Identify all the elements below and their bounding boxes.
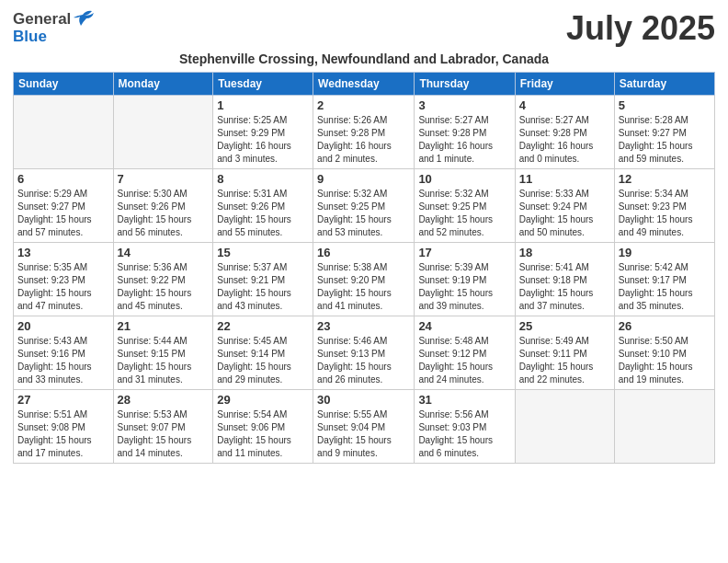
day-number: 21 [118,319,210,333]
header: General Blue July 2025 [13,9,715,48]
calendar-week-row: 20Sunrise: 5:43 AM Sunset: 9:16 PM Dayli… [14,316,715,390]
day-info: Sunrise: 5:29 AM Sunset: 9:27 PM Dayligh… [17,188,109,239]
day-info: Sunrise: 5:48 AM Sunset: 9:12 PM Dayligh… [418,335,510,386]
calendar-cell: 27Sunrise: 5:51 AM Sunset: 9:08 PM Dayli… [14,390,114,464]
day-number: 29 [217,393,309,407]
day-info: Sunrise: 5:44 AM Sunset: 9:15 PM Dayligh… [118,335,210,386]
day-info: Sunrise: 5:30 AM Sunset: 9:26 PM Dayligh… [118,188,210,239]
day-info: Sunrise: 5:27 AM Sunset: 9:28 PM Dayligh… [418,114,510,166]
day-number: 31 [418,393,510,407]
calendar-week-row: 6Sunrise: 5:29 AM Sunset: 9:27 PM Daylig… [14,169,715,243]
day-info: Sunrise: 5:50 AM Sunset: 9:10 PM Dayligh… [619,335,711,386]
calendar-header-tuesday: Tuesday [213,73,313,96]
day-number: 20 [17,319,109,333]
day-number: 10 [418,172,510,186]
day-number: 14 [118,246,210,259]
day-number: 30 [317,393,410,407]
day-number: 6 [17,172,109,186]
calendar-cell: 25Sunrise: 5:49 AM Sunset: 9:11 PM Dayli… [515,316,614,390]
day-number: 15 [217,246,309,259]
logo-bird-icon [74,9,94,29]
day-info: Sunrise: 5:51 AM Sunset: 9:08 PM Dayligh… [17,408,109,460]
day-info: Sunrise: 5:49 AM Sunset: 9:11 PM Dayligh… [519,335,610,386]
calendar-cell: 22Sunrise: 5:45 AM Sunset: 9:14 PM Dayli… [213,316,313,390]
calendar-header-saturday: Saturday [614,73,714,96]
day-number: 5 [619,98,711,112]
day-number: 7 [118,172,210,186]
calendar-cell: 7Sunrise: 5:30 AM Sunset: 9:26 PM Daylig… [113,169,213,243]
month-title: July 2025 [566,9,715,48]
day-number: 24 [418,319,510,333]
day-number: 19 [619,246,711,259]
calendar-cell: 24Sunrise: 5:48 AM Sunset: 9:12 PM Dayli… [415,316,515,390]
day-number: 27 [17,393,109,407]
calendar-cell: 8Sunrise: 5:31 AM Sunset: 9:26 PM Daylig… [213,169,313,243]
calendar-header-friday: Friday [515,73,614,96]
day-number: 4 [519,98,610,112]
calendar-cell: 28Sunrise: 5:53 AM Sunset: 9:07 PM Dayli… [113,390,213,464]
day-number: 8 [217,172,309,186]
day-info: Sunrise: 5:32 AM Sunset: 9:25 PM Dayligh… [317,188,410,239]
calendar-cell: 26Sunrise: 5:50 AM Sunset: 9:10 PM Dayli… [614,316,714,390]
calendar-cell: 2Sunrise: 5:26 AM Sunset: 9:28 PM Daylig… [313,96,415,169]
calendar-header-sunday: Sunday [14,73,114,96]
calendar-cell [614,390,714,464]
calendar-cell: 20Sunrise: 5:43 AM Sunset: 9:16 PM Dayli… [14,316,114,390]
calendar-cell: 30Sunrise: 5:55 AM Sunset: 9:04 PM Dayli… [313,390,415,464]
calendar-cell [14,96,114,169]
logo: General Blue [13,9,94,44]
day-info: Sunrise: 5:35 AM Sunset: 9:23 PM Dayligh… [17,261,109,313]
calendar-cell: 12Sunrise: 5:34 AM Sunset: 9:23 PM Dayli… [614,169,714,243]
day-info: Sunrise: 5:42 AM Sunset: 9:17 PM Dayligh… [619,261,711,313]
logo-general-text: General [13,11,71,27]
day-info: Sunrise: 5:34 AM Sunset: 9:23 PM Dayligh… [619,188,711,239]
calendar-cell: 21Sunrise: 5:44 AM Sunset: 9:15 PM Dayli… [113,316,213,390]
day-info: Sunrise: 5:27 AM Sunset: 9:28 PM Dayligh… [519,114,610,166]
day-info: Sunrise: 5:55 AM Sunset: 9:04 PM Dayligh… [317,408,410,460]
day-info: Sunrise: 5:53 AM Sunset: 9:07 PM Dayligh… [118,408,210,460]
calendar-table: SundayMondayTuesdayWednesdayThursdayFrid… [13,72,715,464]
day-info: Sunrise: 5:56 AM Sunset: 9:03 PM Dayligh… [418,408,510,460]
day-info: Sunrise: 5:54 AM Sunset: 9:06 PM Dayligh… [217,408,309,460]
calendar-week-row: 13Sunrise: 5:35 AM Sunset: 9:23 PM Dayli… [14,243,715,316]
day-info: Sunrise: 5:25 AM Sunset: 9:29 PM Dayligh… [217,114,309,166]
day-number: 2 [317,98,410,112]
day-info: Sunrise: 5:38 AM Sunset: 9:20 PM Dayligh… [317,261,410,313]
day-info: Sunrise: 5:41 AM Sunset: 9:18 PM Dayligh… [519,261,610,313]
calendar-cell: 10Sunrise: 5:32 AM Sunset: 9:25 PM Dayli… [415,169,515,243]
calendar-cell: 6Sunrise: 5:29 AM Sunset: 9:27 PM Daylig… [14,169,114,243]
calendar-cell [113,96,213,169]
day-number: 9 [317,172,410,186]
calendar-cell: 14Sunrise: 5:36 AM Sunset: 9:22 PM Dayli… [113,243,213,316]
calendar-cell: 1Sunrise: 5:25 AM Sunset: 9:29 PM Daylig… [213,96,313,169]
day-number: 1 [217,98,309,112]
day-info: Sunrise: 5:43 AM Sunset: 9:16 PM Dayligh… [17,335,109,386]
day-info: Sunrise: 5:32 AM Sunset: 9:25 PM Dayligh… [418,188,510,239]
calendar-cell: 31Sunrise: 5:56 AM Sunset: 9:03 PM Dayli… [415,390,515,464]
calendar-cell: 29Sunrise: 5:54 AM Sunset: 9:06 PM Dayli… [213,390,313,464]
calendar-cell: 17Sunrise: 5:39 AM Sunset: 9:19 PM Dayli… [415,243,515,316]
day-number: 28 [118,393,210,407]
logo-blue-text: Blue [13,29,94,44]
calendar-cell: 9Sunrise: 5:32 AM Sunset: 9:25 PM Daylig… [313,169,415,243]
day-number: 13 [17,246,109,259]
day-number: 25 [519,319,610,333]
calendar-cell: 16Sunrise: 5:38 AM Sunset: 9:20 PM Dayli… [313,243,415,316]
calendar-cell: 13Sunrise: 5:35 AM Sunset: 9:23 PM Dayli… [14,243,114,316]
day-number: 18 [519,246,610,259]
calendar-header-wednesday: Wednesday [313,73,415,96]
day-info: Sunrise: 5:39 AM Sunset: 9:19 PM Dayligh… [418,261,510,313]
day-info: Sunrise: 5:36 AM Sunset: 9:22 PM Dayligh… [118,261,210,313]
calendar-cell: 23Sunrise: 5:46 AM Sunset: 9:13 PM Dayli… [313,316,415,390]
day-number: 17 [418,246,510,259]
calendar-cell: 4Sunrise: 5:27 AM Sunset: 9:28 PM Daylig… [515,96,614,169]
day-number: 23 [317,319,410,333]
calendar-header-monday: Monday [113,73,213,96]
day-number: 26 [619,319,711,333]
day-info: Sunrise: 5:45 AM Sunset: 9:14 PM Dayligh… [217,335,309,386]
calendar-cell: 19Sunrise: 5:42 AM Sunset: 9:17 PM Dayli… [614,243,714,316]
day-info: Sunrise: 5:26 AM Sunset: 9:28 PM Dayligh… [317,114,410,166]
day-info: Sunrise: 5:37 AM Sunset: 9:21 PM Dayligh… [217,261,309,313]
day-number: 3 [418,98,510,112]
calendar-header-row: SundayMondayTuesdayWednesdayThursdayFrid… [14,73,715,96]
